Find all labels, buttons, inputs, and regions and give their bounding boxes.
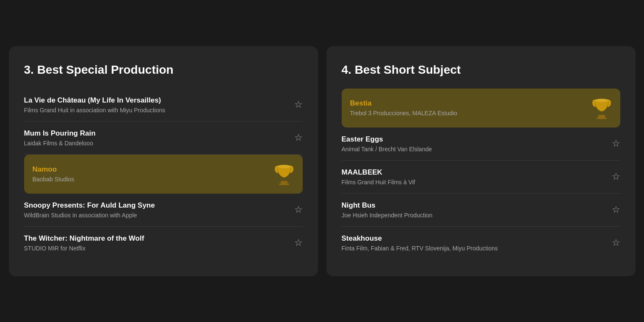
nominee-title-night-bus: Night Bus xyxy=(342,201,605,210)
nominee-studio-la-vie: Films Grand Huit in association with Miy… xyxy=(24,107,287,114)
nominee-title-la-vie: La Vie de Château (My Life In Versailles… xyxy=(24,96,287,105)
nominee-title-snoopy: Snoopy Presents: For Auld Lang Syne xyxy=(24,201,287,210)
nominee-item-bestia[interactable]: BestiaTrebol 3 Producciones, MALEZA Estu… xyxy=(342,89,620,128)
nominee-studio-mum-pouring: Laidak Films & Dandelooo xyxy=(24,140,287,147)
svg-rect-3 xyxy=(598,115,605,117)
nominee-item-maalbeek[interactable]: MAALBEEKFilms Grand Huit Films à Vif☆ xyxy=(342,161,620,194)
nominee-title-steakhouse: Steakhouse xyxy=(342,234,605,243)
nominee-content-snoopy: Snoopy Presents: For Auld Lang SyneWildB… xyxy=(24,201,287,219)
nominee-content-night-bus: Night BusJoe Hsieh Independent Productio… xyxy=(342,201,605,219)
right-nominees-list: BestiaTrebol 3 Producciones, MALEZA Estu… xyxy=(342,89,620,259)
nominee-title-mum-pouring: Mum Is Pouring Rain xyxy=(24,129,287,138)
nominee-content-la-vie: La Vie de Château (My Life In Versailles… xyxy=(24,96,287,114)
svg-rect-1 xyxy=(279,183,289,185)
nominee-studio-namoo: Baobab Studios xyxy=(33,176,267,183)
left-nominees-list: La Vie de Château (My Life In Versailles… xyxy=(24,89,303,259)
nominee-item-snoopy[interactable]: Snoopy Presents: For Auld Lang SyneWildB… xyxy=(24,194,303,227)
trophy-icon-bestia xyxy=(591,96,612,120)
nominee-studio-steakhouse: Finta Film, Fabian & Fred, RTV Slovenija… xyxy=(342,245,605,252)
nominee-item-mum-pouring[interactable]: Mum Is Pouring RainLaidak Films & Dandel… xyxy=(24,122,303,155)
star-icon-mum-pouring[interactable]: ☆ xyxy=(294,132,303,143)
svg-rect-4 xyxy=(597,117,607,119)
nominee-studio-easter-eggs: Animal Tank / Brecht Van Elslande xyxy=(342,146,605,153)
nominee-item-la-vie[interactable]: La Vie de Château (My Life In Versailles… xyxy=(24,89,303,122)
right-panel: 4. Best Short Subject BestiaTrebol 3 Pro… xyxy=(326,46,636,276)
svg-point-5 xyxy=(595,99,608,102)
svg-point-2 xyxy=(277,165,291,168)
nominee-item-steakhouse[interactable]: SteakhouseFinta Film, Fabian & Fred, RTV… xyxy=(342,227,620,259)
star-icon-snoopy[interactable]: ☆ xyxy=(294,204,303,215)
nominee-content-namoo: NamooBaobab Studios xyxy=(33,165,267,183)
star-icon-easter-eggs[interactable]: ☆ xyxy=(612,138,620,149)
star-icon-steakhouse[interactable]: ☆ xyxy=(612,237,620,248)
nominee-studio-witcher: STUDIO MIR for Netflix xyxy=(24,245,287,252)
nominee-title-bestia: Bestia xyxy=(350,99,585,108)
nominee-content-witcher: The Witcher: Nightmare of the WolfSTUDIO… xyxy=(24,234,287,252)
nominee-studio-snoopy: WildBrain Studios in association with Ap… xyxy=(24,212,287,219)
right-panel-title: 4. Best Short Subject xyxy=(342,63,620,77)
nominee-content-mum-pouring: Mum Is Pouring RainLaidak Films & Dandel… xyxy=(24,129,287,147)
star-icon-witcher[interactable]: ☆ xyxy=(294,237,303,248)
nominee-title-witcher: The Witcher: Nightmare of the Wolf xyxy=(24,234,287,243)
nominee-item-night-bus[interactable]: Night BusJoe Hsieh Independent Productio… xyxy=(342,194,620,227)
nominee-studio-maalbeek: Films Grand Huit Films à Vif xyxy=(342,179,605,186)
nominee-content-bestia: BestiaTrebol 3 Producciones, MALEZA Estu… xyxy=(350,99,585,117)
nominee-studio-bestia: Trebol 3 Producciones, MALEZA Estudio xyxy=(350,110,585,117)
nominee-content-steakhouse: SteakhouseFinta Film, Fabian & Fred, RTV… xyxy=(342,234,605,252)
svg-rect-0 xyxy=(281,181,287,183)
nominee-content-maalbeek: MAALBEEKFilms Grand Huit Films à Vif xyxy=(342,168,605,186)
nominee-title-maalbeek: MAALBEEK xyxy=(342,168,605,177)
left-panel: 3. Best Special Production La Vie de Châ… xyxy=(9,46,318,276)
nominee-title-easter-eggs: Easter Eggs xyxy=(342,135,605,144)
nominee-item-namoo[interactable]: NamooBaobab Studios xyxy=(24,155,303,194)
left-panel-title: 3. Best Special Production xyxy=(24,63,303,77)
star-icon-la-vie[interactable]: ☆ xyxy=(294,99,303,110)
nominee-item-witcher[interactable]: The Witcher: Nightmare of the WolfSTUDIO… xyxy=(24,227,303,259)
panels-container: 3. Best Special Production La Vie de Châ… xyxy=(9,46,636,276)
star-icon-night-bus[interactable]: ☆ xyxy=(612,204,620,215)
nominee-item-easter-eggs[interactable]: Easter EggsAnimal Tank / Brecht Van Elsl… xyxy=(342,128,620,161)
nominee-content-easter-eggs: Easter EggsAnimal Tank / Brecht Van Elsl… xyxy=(342,135,605,153)
nominee-title-namoo: Namoo xyxy=(33,165,267,174)
star-icon-maalbeek[interactable]: ☆ xyxy=(612,171,620,182)
nominee-studio-night-bus: Joe Hsieh Independent Production xyxy=(342,212,605,219)
trophy-icon-namoo xyxy=(274,162,294,186)
